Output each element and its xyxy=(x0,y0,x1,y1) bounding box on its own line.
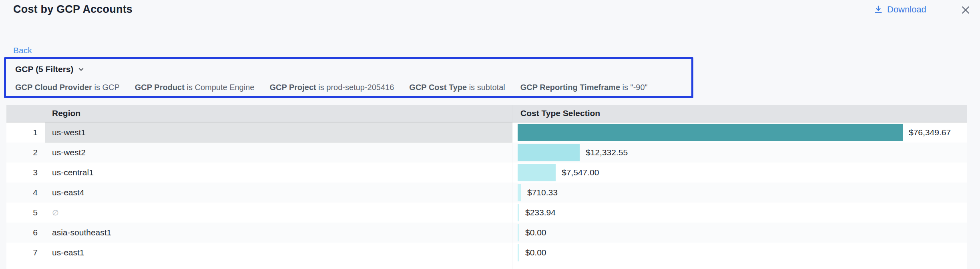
cost-bar[interactable] xyxy=(518,164,556,181)
filter-item-condition: is "-90" xyxy=(620,83,648,92)
filter-item-name: GCP Reporting Timeframe xyxy=(520,83,620,92)
filter-item: GCP Project is prod-setup-205416 xyxy=(269,83,394,92)
region-cell[interactable]: us-central1 xyxy=(45,163,512,183)
cost-cell[interactable]: $7,547.00 xyxy=(512,163,967,183)
region-cell[interactable]: us-east4 xyxy=(45,183,512,203)
filter-panel: GCP (5 Filters) GCP Cloud Provider is GC… xyxy=(4,57,693,98)
filter-item-name: GCP Cost Type xyxy=(409,83,467,92)
row-index: 2 xyxy=(6,143,45,163)
row-index: 1 xyxy=(6,122,45,143)
cost-cell[interactable]: $0.00 xyxy=(512,243,967,263)
cost-bar[interactable] xyxy=(518,124,903,141)
close-button[interactable] xyxy=(960,4,972,16)
chevron-down-icon xyxy=(77,66,85,73)
download-label: Download xyxy=(887,4,926,15)
cost-value: $76,349.67 xyxy=(909,122,951,143)
close-icon xyxy=(960,4,972,16)
table-row[interactable]: 6asia-southeast1$0.00 xyxy=(6,223,967,243)
row-index: 5 xyxy=(6,203,45,223)
region-cell[interactable]: us-west2 xyxy=(45,143,512,163)
region-cell[interactable]: us-west1 xyxy=(45,122,512,143)
region-cell[interactable]: us-east1 xyxy=(45,243,512,263)
page-title: Cost by GCP Accounts xyxy=(13,3,133,16)
filter-item-name: GCP Project xyxy=(269,83,316,92)
table-row[interactable]: 2us-west2$12,332.55 xyxy=(6,143,967,163)
table-row[interactable]: 3us-central1$7,547.00 xyxy=(6,163,967,183)
row-index: 3 xyxy=(6,163,45,183)
column-header-index xyxy=(6,105,45,122)
cost-value: $0.00 xyxy=(525,223,546,243)
row-index: 6 xyxy=(6,223,45,243)
table-row[interactable]: 5∅$233.94 xyxy=(6,203,967,223)
region-cell[interactable]: asia-southeast1 xyxy=(45,223,512,243)
stub-index-cell xyxy=(6,263,45,269)
filter-item-condition: is Compute Engine xyxy=(185,83,255,92)
filter-summary: GCP Cloud Provider is GCPGCP Product is … xyxy=(15,83,648,92)
region-cell[interactable]: ∅ xyxy=(45,203,512,223)
filter-group-toggle[interactable]: GCP (5 Filters) xyxy=(15,64,85,74)
filter-item-name: GCP Cloud Provider xyxy=(15,83,92,92)
stub-cost-cell xyxy=(512,263,967,269)
cost-bar[interactable] xyxy=(518,144,580,161)
filter-item: GCP Cost Type is subtotal xyxy=(409,83,505,92)
filter-item: GCP Reporting Timeframe is "-90" xyxy=(520,83,648,92)
row-index: 4 xyxy=(6,183,45,203)
filter-item: GCP Cloud Provider is GCP xyxy=(15,83,120,92)
table-row[interactable]: 7us-east1$0.00 xyxy=(6,243,967,263)
filter-item-condition: is subtotal xyxy=(467,83,505,92)
cost-bar[interactable] xyxy=(518,244,519,261)
back-link[interactable]: Back xyxy=(13,46,32,55)
filter-item-name: GCP Product xyxy=(135,83,185,92)
cost-bar[interactable] xyxy=(518,224,519,241)
cost-value: $7,547.00 xyxy=(562,163,599,183)
filter-group-label: GCP (5 Filters) xyxy=(15,64,73,74)
table-header-row: Region Cost Type Selection xyxy=(6,105,967,122)
table-row[interactable]: 1us-west1$76,349.67 xyxy=(6,122,967,143)
download-button[interactable]: Download xyxy=(874,4,926,15)
cost-cell[interactable]: $233.94 xyxy=(512,203,967,223)
cost-value: $0.00 xyxy=(525,243,546,263)
cost-cell[interactable]: $710.33 xyxy=(512,183,967,203)
cost-bar[interactable] xyxy=(518,184,521,201)
row-index: 7 xyxy=(6,243,45,263)
cost-value: $12,332.55 xyxy=(586,143,628,163)
table-row[interactable]: 4us-east4$710.33 xyxy=(6,183,967,203)
cost-cell[interactable]: $76,349.67 xyxy=(512,122,967,143)
cost-cell[interactable]: $0.00 xyxy=(512,223,967,243)
filter-item-condition: is GCP xyxy=(92,83,120,92)
cost-value: $710.33 xyxy=(527,183,558,203)
filter-item: GCP Product is Compute Engine xyxy=(135,83,255,92)
filter-item-condition: is prod-setup-205416 xyxy=(316,83,394,92)
stub-region-cell xyxy=(45,263,512,269)
download-icon xyxy=(874,5,883,14)
column-header-region[interactable]: Region xyxy=(45,105,512,122)
cost-cell[interactable]: $12,332.55 xyxy=(512,143,967,163)
table-row-stub xyxy=(6,263,967,269)
cost-table: Region Cost Type Selection 1us-west1$76,… xyxy=(6,105,967,269)
column-header-cost[interactable]: Cost Type Selection xyxy=(512,105,967,122)
cost-bar[interactable] xyxy=(518,204,519,221)
table-body: 1us-west1$76,349.672us-west2$12,332.553u… xyxy=(6,122,967,263)
cost-value: $233.94 xyxy=(525,203,556,223)
